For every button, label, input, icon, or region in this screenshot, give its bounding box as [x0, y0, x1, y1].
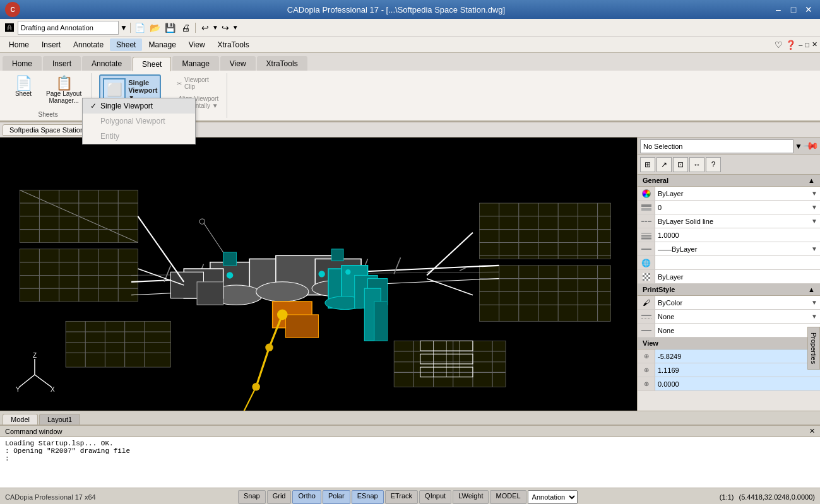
view-section-header[interactable]: View ▲ — [638, 337, 820, 349]
menu-sheet[interactable]: Sheet — [110, 38, 142, 51]
svg-line-67 — [394, 257, 400, 274]
view-x-row: ⊕ -5.8249 — [638, 349, 820, 363]
layer-value[interactable]: 0 ▼ — [655, 201, 820, 214]
svg-line-101 — [138, 216, 184, 282]
grid-button[interactable]: Grid — [267, 490, 292, 504]
view-y-icon: ⊕ — [638, 363, 655, 377]
color-value[interactable]: ByLayer ▼ — [655, 187, 820, 200]
dropdown-arrow-icon[interactable]: ▼ — [120, 23, 128, 32]
prop-tool-move-btn[interactable]: ↔ — [689, 157, 704, 172]
esnap-button[interactable]: ESnap — [352, 490, 384, 504]
drawing-canvas[interactable]: Z Y X — [0, 138, 637, 411]
view-z-row: ⊕ 0.0000 — [638, 377, 820, 391]
window-controls: – □ ✕ — [772, 3, 815, 16]
svg-point-90 — [277, 310, 288, 320]
annotation-dropdown[interactable]: Annotation — [528, 490, 578, 504]
plot-style-row: 🌐 — [638, 256, 820, 270]
help-icon[interactable]: ❓ — [785, 40, 796, 50]
plot-style-value — [655, 256, 820, 269]
selection-expand-icon[interactable]: ▼ — [795, 142, 802, 151]
prop-tool-filter-btn[interactable]: ⊡ — [673, 157, 688, 172]
command-line-1: Loading Startup.lsp... OK. — [5, 440, 815, 447]
save-button[interactable]: 💾 — [163, 21, 177, 35]
printstyle-section-header[interactable]: PrintStyle ▲ — [638, 284, 820, 296]
ps-color-value[interactable]: ByColor ▼ — [655, 296, 820, 309]
ribbon-tab-xtratools[interactable]: XtraTools — [257, 56, 307, 71]
ps-linetype-value[interactable]: None ▼ — [655, 310, 820, 323]
menu-view[interactable]: View — [182, 38, 211, 51]
menu-insert[interactable]: Insert — [35, 38, 67, 51]
dropdown-item-single-viewport[interactable]: ✓ Single Viewport — [83, 98, 195, 114]
snap-button[interactable]: Snap — [238, 490, 266, 504]
inner-minimize-button[interactable]: – — [799, 41, 802, 49]
canvas-area[interactable]: Z Y X — [0, 138, 637, 411]
single-viewport-check-icon: ✓ — [90, 102, 97, 110]
doc-tab-0[interactable]: Softpedia Space Station — [3, 124, 91, 136]
menu-manage[interactable]: Manage — [142, 38, 182, 51]
ribbon-btn-viewport-clip[interactable]: ✂ ViewportClip — [163, 74, 222, 92]
menu-annotate[interactable]: Annotate — [67, 38, 110, 51]
prop-tool-select-btn[interactable]: ↗ — [657, 157, 672, 172]
ribbon-tab-annotate[interactable]: Annotate — [82, 56, 131, 71]
linetype-value[interactable]: ByLayer Solid line ▼ — [655, 214, 820, 228]
sheet-icon: 📄 — [15, 76, 32, 90]
lweight-button[interactable]: LWeight — [453, 490, 489, 504]
axis-svg: Z Y X — [13, 353, 57, 397]
etrack-button[interactable]: ETrack — [385, 490, 418, 504]
command-line-3: : — [5, 455, 815, 462]
polar-button[interactable]: Polar — [323, 490, 350, 504]
page-layout-icon: 📋 — [56, 76, 73, 90]
app-menu-button[interactable]: 🅰 — [3, 21, 16, 35]
ribbon-tab-view[interactable]: View — [220, 56, 256, 71]
general-collapse-icon: ▲ — [808, 177, 815, 184]
view-y-row: ⊕ 1.1169 — [638, 363, 820, 377]
minimize-button[interactable]: – — [772, 3, 785, 16]
maximize-button[interactable]: □ — [787, 3, 800, 16]
status-buttons: Snap Grid Ortho Polar ESnap ETrack QInpu… — [238, 490, 578, 504]
bottom-tab-model[interactable]: Model — [3, 414, 38, 425]
svg-text:Z: Z — [33, 353, 37, 359]
qinput-button[interactable]: QInput — [419, 490, 451, 504]
model-button[interactable]: MODEL — [490, 490, 526, 504]
ribbon-tab-sheet[interactable]: Sheet — [133, 57, 171, 71]
selection-bar: ▼ 📌 — [638, 138, 820, 155]
selection-dropdown[interactable] — [640, 139, 793, 153]
bottom-tab-layout1[interactable]: Layout1 — [39, 414, 80, 425]
command-window-close-button[interactable]: ✕ — [809, 427, 815, 435]
undo-dropdown-arrow[interactable]: ▼ — [212, 24, 218, 31]
linescale-value[interactable]: ——ByLayer ▼ — [655, 242, 820, 255]
color-row: ByLayer ▼ — [638, 187, 820, 201]
prop-tool-grid-btn[interactable]: ⊞ — [640, 157, 655, 172]
new-button[interactable]: 📄 — [133, 21, 147, 35]
ribbon-tab-home[interactable]: Home — [3, 56, 42, 71]
general-section-header[interactable]: General ▲ — [638, 175, 820, 187]
prop-tool-help-btn[interactable]: ? — [706, 157, 721, 172]
redo-dropdown-arrow[interactable]: ▼ — [232, 24, 239, 31]
command-input[interactable] — [5, 462, 815, 470]
properties-side-tab[interactable]: Properties — [807, 327, 820, 370]
linetype-icon — [638, 214, 655, 228]
color-icon — [638, 187, 655, 200]
svg-rect-83 — [285, 315, 318, 337]
ribbon-btn-sheet[interactable]: 📄 Sheet — [8, 74, 39, 99]
inner-close-button[interactable]: ✕ — [812, 40, 817, 49]
pin-icon[interactable]: 📌 — [802, 138, 820, 155]
svg-point-105 — [227, 272, 233, 278]
ribbon-tab-insert[interactable]: Insert — [43, 56, 81, 71]
drafting-dropdown[interactable]: Drafting and Annotation — [18, 21, 119, 35]
ribbon-tab-manage[interactable]: Manage — [172, 56, 218, 71]
favorites-icon[interactable]: ♡ — [775, 40, 783, 50]
undo-button[interactable]: ↩ — [198, 21, 212, 35]
close-button[interactable]: ✕ — [802, 3, 815, 16]
ortho-button[interactable]: Ortho — [292, 490, 321, 504]
open-button[interactable]: 📂 — [148, 21, 162, 35]
inner-maximize-button[interactable]: □ — [805, 41, 809, 49]
ribbon-btn-page-layout[interactable]: 📋 Page LayoutManager... — [42, 74, 86, 106]
menu-xtratools[interactable]: XtraTools — [211, 38, 256, 51]
print-button[interactable]: 🖨 — [179, 21, 193, 35]
print-style-color-icon — [638, 270, 655, 283]
quick-access-toolbar: 🅰 Drafting and Annotation ▼ 📄 📂 💾 🖨 ↩ ▼ … — [0, 19, 820, 37]
menu-home[interactable]: Home — [3, 38, 35, 51]
view-z-value: 0.0000 — [655, 377, 820, 390]
redo-button[interactable]: ↪ — [218, 21, 232, 35]
